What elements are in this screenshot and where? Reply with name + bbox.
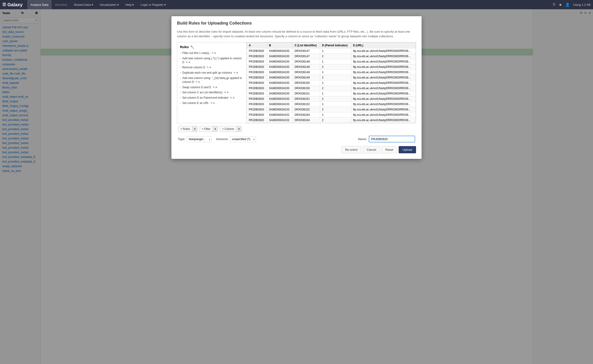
- filter-caret-button[interactable]: ▾: [213, 126, 218, 132]
- table-cell: DRX036147: [293, 54, 320, 59]
- list-item: Add new column using .*_(\d).fastq.gz ap…: [180, 76, 244, 84]
- table-row: PRJDB3920SAMD00034150DRX0361481ftp.sra.e…: [247, 59, 416, 64]
- modal-overlay: Build Rules for Uploading Collections Us…: [0, 9, 593, 364]
- user-icon[interactable]: 👤: [565, 3, 570, 7]
- table-cell: 1: [320, 59, 351, 64]
- delete-rule-icon[interactable]: ✕: [198, 81, 200, 83]
- delete-rule-icon[interactable]: ✕: [227, 91, 229, 94]
- table-cell: 1: [320, 91, 351, 96]
- nav-help[interactable]: Help ▾: [122, 0, 137, 9]
- list-item: Set column E as URL ✎✕: [180, 101, 244, 105]
- delete-rule-icon[interactable]: ✕: [188, 61, 190, 64]
- type-label: Type:: [178, 137, 185, 141]
- add-filter-button[interactable]: + Filter: [199, 126, 213, 132]
- cancel-button[interactable]: Cancel: [363, 146, 380, 153]
- table-cell: PRJDB3920: [247, 75, 267, 80]
- name-form-group: Name:: [358, 136, 415, 143]
- brand[interactable]: ☰ Galaxy: [2, 2, 23, 7]
- edit-rule-icon[interactable]: ✎: [224, 91, 226, 94]
- rules-btn-group: + Rules ▾: [178, 126, 197, 132]
- table-cell: PRJDB3920: [247, 91, 267, 96]
- table-row: PRJDB3920SAMD00034150DRX0361501ftp.sra.e…: [247, 80, 416, 86]
- table-cell: PRJDB3920: [247, 102, 267, 107]
- column-caret-button[interactable]: ▾: [236, 126, 241, 132]
- table-row: PRJDB3920SAMD00034150DRX0361482ftp.sra.e…: [247, 64, 416, 70]
- genome-select[interactable]: unspecified (?)hg38hg19mm10GRCh38: [230, 136, 256, 142]
- table-cell: 1: [320, 102, 351, 107]
- reorient-button[interactable]: Re-orient: [341, 146, 361, 153]
- nav-shared-data[interactable]: Shared Data ▾: [70, 0, 96, 9]
- table-cell: 2: [320, 86, 351, 91]
- edit-rule-icon[interactable]: ✎: [213, 86, 215, 89]
- type-select-wrap: fastqsanger...fastqfastabamvcf ▾: [187, 136, 211, 142]
- table-row: PRJDB3920SAMD00034153DRX0361522ftp.sra.e…: [247, 107, 416, 112]
- delete-rule-icon[interactable]: ✕: [214, 52, 216, 54]
- table-cell: PRJDB3920: [247, 86, 267, 91]
- name-input[interactable]: [369, 136, 415, 143]
- filter-btn-group: + Filter ▾: [199, 126, 218, 132]
- delete-rule-icon[interactable]: ✕: [213, 102, 215, 104]
- rules-list: Filter out first 1 row(s). ✎✕Add new col…: [180, 51, 244, 105]
- table-cell: 2: [320, 54, 351, 59]
- table-cell: ftp.sra.ebi.ac.uk/vol1/fastq/DRR039/DRR0…: [351, 96, 416, 102]
- table-row: PRJDB3920SAMD00034153DRX0361521ftp.sra.e…: [247, 102, 416, 107]
- reset-button[interactable]: Reset: [382, 146, 397, 153]
- edit-rule-icon[interactable]: ✎: [230, 96, 232, 99]
- table-cell: 2: [320, 107, 351, 112]
- table-cell: 2: [320, 96, 351, 102]
- table-cell: SAMD00034150: [267, 70, 293, 75]
- edit-rule-icon[interactable]: ✎: [207, 66, 209, 69]
- genome-label: Genome:: [216, 137, 228, 141]
- table-cell: SAMD00034150: [267, 91, 293, 96]
- table-cell: DRX036149: [293, 75, 320, 80]
- list-item: Filter out first 1 row(s). ✎✕: [180, 51, 244, 55]
- rules-caret-button[interactable]: ▾: [192, 126, 197, 132]
- edit-rule-icon[interactable]: ✎: [211, 52, 214, 54]
- nav-login[interactable]: Login or Register ▾: [137, 0, 169, 9]
- table-cell: ftp.sra.ebi.ac.uk/vol1/fastq/DRR039/DRR0…: [351, 59, 416, 64]
- add-column-button[interactable]: + Column: [220, 126, 236, 132]
- nav-visualization[interactable]: Visualization ▾: [96, 0, 122, 9]
- table-cell: ftp.sra.ebi.ac.uk/vol1/fastq/DRR039/DRR0…: [351, 107, 416, 112]
- nav-analyze-data[interactable]: Analyze Data: [27, 0, 52, 9]
- grid-icon[interactable]: ⠿: [553, 3, 555, 7]
- modal: Build Rules for Uploading Collections Us…: [171, 16, 422, 159]
- delete-rule-icon[interactable]: ✕: [233, 96, 235, 99]
- table-cell: ftp.sra.ebi.ac.uk/vol1/fastq/DRR039/DRR0…: [351, 54, 416, 59]
- table-cell: 1: [320, 112, 351, 118]
- table-column-header: B: [267, 43, 293, 48]
- table-cell: DRX036152: [293, 102, 320, 107]
- edit-rule-icon[interactable]: ✎: [195, 81, 198, 83]
- table-cell: SAMD00034152: [267, 118, 293, 123]
- table-cell: DRX036151: [293, 96, 320, 102]
- nav-workflow[interactable]: Workflow: [52, 0, 70, 9]
- modal-title: Build Rules for Uploading Collections: [177, 21, 416, 26]
- table-row: PRJDB3920SAMD00034152DRX0361642ftp.sra.e…: [247, 118, 416, 123]
- table-head: ABC (List Identifier)D (Paired Indicator…: [247, 43, 416, 48]
- delete-rule-icon[interactable]: ✕: [215, 86, 217, 89]
- table-cell: ftp.sra.ebi.ac.uk/vol1/fastq/DRR039/DRR0…: [351, 91, 416, 96]
- list-item: Set column D as Paired-end Indicator ✎✕: [180, 96, 244, 100]
- table-cell: ftp.sra.ebi.ac.uk/vol1/fastq/DRR039/DRR0…: [351, 64, 416, 70]
- edit-rule-icon[interactable]: ✎: [186, 61, 188, 64]
- edit-rule-icon[interactable]: ✎: [210, 102, 212, 104]
- edit-rule-icon[interactable]: ✎: [234, 71, 235, 74]
- add-rules-button[interactable]: + Rules: [178, 126, 192, 132]
- delete-rule-icon[interactable]: ✕: [236, 71, 238, 74]
- table-row: PRJDB3920SAMD00034150DRX0361511ftp.sra.e…: [247, 91, 416, 96]
- table-row: PRJDB3920SAMD00034150DRX0361502ftp.sra.e…: [247, 86, 416, 91]
- delete-rule-icon[interactable]: ✕: [209, 66, 211, 69]
- table-cell: DRX036164: [293, 118, 320, 123]
- table-cell: DRX036152: [293, 107, 320, 112]
- table-panel: ABC (List Identifier)D (Paired Indicator…: [247, 42, 416, 123]
- rules-title: Rules 🔧: [180, 45, 244, 49]
- table-row: PRJDB3920SAMD00034150DRX0361472ftp.sra.e…: [247, 54, 416, 59]
- upload-button[interactable]: Upload: [399, 146, 416, 153]
- top-nav: ☰ Galaxy Analyze Data Workflow Shared Da…: [0, 0, 593, 9]
- type-select[interactable]: fastqsanger...fastqfastabamvcf: [187, 136, 211, 142]
- star-icon[interactable]: ★: [559, 3, 562, 7]
- table-cell: 1: [320, 48, 351, 54]
- table-cell: ftp.sra.ebi.ac.uk/vol1/fastq/DRR039/DRR0…: [351, 102, 416, 107]
- genome-select-wrap: unspecified (?)hg38hg19mm10GRCh38 ▾: [230, 136, 256, 142]
- table-cell: SAMD00034150: [267, 96, 293, 102]
